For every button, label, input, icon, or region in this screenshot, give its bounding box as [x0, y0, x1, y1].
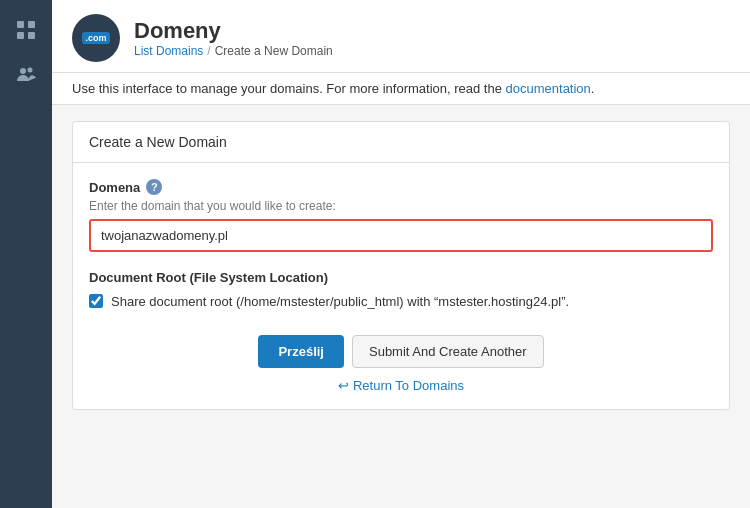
app-logo: .com [72, 14, 120, 62]
domain-hint: Enter the domain that you would like to … [89, 199, 713, 213]
sidebar [0, 0, 52, 508]
domain-help-icon[interactable]: ? [146, 179, 162, 195]
page-title: Domeny [134, 18, 333, 44]
submit-button[interactable]: Prześlij [258, 335, 344, 368]
page-header: .com Domeny List Domains / Create a New … [52, 0, 750, 73]
grid-icon[interactable] [8, 12, 44, 48]
info-bar: Use this interface to manage your domain… [52, 73, 750, 105]
return-link-label: Return To Domains [353, 378, 464, 393]
card-header: Create a New Domain [73, 122, 729, 163]
share-checkbox-group: Share document root (/home/mstester/publ… [89, 293, 713, 311]
share-checkbox[interactable] [89, 294, 103, 308]
users-icon[interactable] [8, 56, 44, 92]
info-text-before: Use this interface to manage your domain… [72, 81, 506, 96]
domain-label-row: Domena ? [89, 179, 713, 195]
share-checkbox-label[interactable]: Share document root (/home/mstester/publ… [111, 293, 569, 311]
svg-rect-3 [28, 32, 35, 39]
svg-rect-2 [17, 32, 24, 39]
header-text: Domeny List Domains / Create a New Domai… [134, 18, 333, 58]
domain-input[interactable] [89, 219, 713, 252]
svg-rect-0 [17, 21, 24, 28]
docroot-label: Document Root (File System Location) [89, 270, 713, 285]
svg-point-5 [28, 68, 33, 73]
domain-label: Domena [89, 180, 140, 195]
domain-form-group: Domena ? Enter the domain that you would… [89, 179, 713, 252]
main-content: .com Domeny List Domains / Create a New … [52, 0, 750, 508]
card-body: Domena ? Enter the domain that you would… [73, 163, 729, 409]
breadcrumb: List Domains / Create a New Domain [134, 44, 333, 58]
buttons-area: Prześlij Submit And Create Another ↩ Ret… [89, 335, 713, 393]
breadcrumb-parent[interactable]: List Domains [134, 44, 203, 58]
return-to-domains-link[interactable]: ↩ Return To Domains [338, 378, 464, 393]
documentation-link[interactable]: documentation [506, 81, 591, 96]
submit-and-create-another-button[interactable]: Submit And Create Another [352, 335, 544, 368]
svg-point-4 [20, 68, 26, 74]
buttons-row: Prześlij Submit And Create Another [258, 335, 543, 368]
logo-badge: .com [82, 32, 109, 44]
info-text-after: . [591, 81, 595, 96]
breadcrumb-separator: / [207, 44, 210, 58]
breadcrumb-current: Create a New Domain [215, 44, 333, 58]
page-content: Create a New Domain Domena ? Enter the d… [52, 105, 750, 426]
svg-rect-1 [28, 21, 35, 28]
form-card: Create a New Domain Domena ? Enter the d… [72, 121, 730, 410]
return-arrow-icon: ↩ [338, 378, 349, 393]
docroot-form-group: Document Root (File System Location) Sha… [89, 270, 713, 311]
